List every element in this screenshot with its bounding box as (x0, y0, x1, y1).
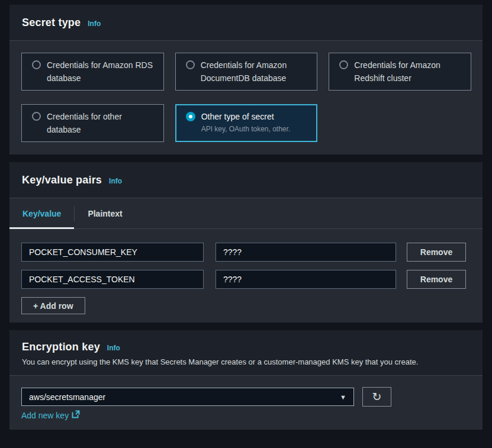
key-input-1[interactable] (21, 243, 204, 262)
key-value-pairs-section: Key/value pairs Info Key/value Plaintext… (9, 162, 483, 323)
option-documentdb[interactable]: Credentials for Amazon DocumentDB databa… (175, 53, 318, 91)
option-other-database[interactable]: Credentials for other database (21, 104, 164, 142)
remove-row-button-2[interactable]: Remove (407, 270, 466, 289)
secret-type-title: Secret type (22, 17, 81, 29)
tab-plaintext[interactable]: Plaintext (75, 198, 135, 228)
encryption-key-title: Encryption key (22, 341, 100, 353)
refresh-button[interactable]: ↻ (362, 387, 391, 407)
kms-key-select[interactable]: aws/secretsmanager ▼ (21, 388, 354, 406)
radio-unselected-icon[interactable] (32, 60, 41, 69)
radio-unselected-icon[interactable] (186, 60, 195, 69)
kv-row: Remove (21, 270, 471, 289)
option-other-secret[interactable]: Other type of secret API key, OAuth toke… (175, 104, 318, 142)
add-new-key-link[interactable]: Add new key (21, 410, 80, 420)
option-label: Credentials for Amazon Redshift cluster (354, 59, 464, 85)
add-row-button[interactable]: + Add row (21, 297, 85, 314)
option-label: Credentials for Amazon DocumentDB databa… (201, 59, 310, 85)
value-input-1[interactable] (216, 243, 396, 262)
caret-down-icon: ▼ (340, 394, 346, 401)
value-input-2[interactable] (216, 270, 396, 289)
encryption-key-description: You can encrypt using the KMS key that S… (22, 357, 471, 366)
radio-unselected-icon[interactable] (32, 112, 41, 121)
refresh-icon: ↻ (372, 391, 382, 403)
add-new-key-label: Add new key (21, 411, 69, 420)
option-rds[interactable]: Credentials for Amazon RDS database (21, 53, 164, 91)
option-redshift[interactable]: Credentials for Amazon Redshift cluster (329, 53, 471, 91)
option-label: Credentials for Amazon RDS database (47, 59, 156, 85)
key-value-pairs-info-link[interactable]: Info (109, 177, 122, 185)
key-input-2[interactable] (21, 270, 204, 289)
secret-type-options: Credentials for Amazon RDS database Cred… (9, 41, 483, 154)
secret-type-section: Secret type Info Credentials for Amazon … (9, 5, 483, 154)
radio-selected-icon[interactable] (186, 112, 195, 121)
encryption-key-section: Encryption key Info You can encrypt usin… (9, 330, 483, 430)
option-label: Credentials for other database (47, 110, 156, 136)
encryption-key-content: aws/secretsmanager ▼ ↻ Add new key (9, 376, 483, 430)
kv-tab-bar: Key/value Plaintext (9, 198, 483, 229)
encryption-key-header: Encryption key Info You can encrypt usin… (9, 330, 483, 376)
encryption-key-info-link[interactable]: Info (107, 344, 120, 352)
kms-key-selected-value: aws/secretsmanager (29, 392, 340, 402)
remove-row-button-1[interactable]: Remove (407, 243, 466, 262)
key-value-pairs-header: Key/value pairs Info (9, 162, 483, 198)
kv-row: Remove (21, 243, 471, 262)
option-label: Other type of secret (201, 112, 274, 121)
tab-key-value[interactable]: Key/value (9, 198, 74, 228)
secret-type-header: Secret type Info (9, 5, 483, 41)
option-description: API key, OAuth token, other. (201, 125, 291, 133)
radio-unselected-icon[interactable] (339, 60, 348, 69)
key-value-pairs-title: Key/value pairs (22, 174, 102, 186)
external-link-icon (72, 410, 80, 420)
kv-content: Remove Remove + Add row (9, 229, 483, 323)
secret-type-info-link[interactable]: Info (88, 20, 101, 28)
